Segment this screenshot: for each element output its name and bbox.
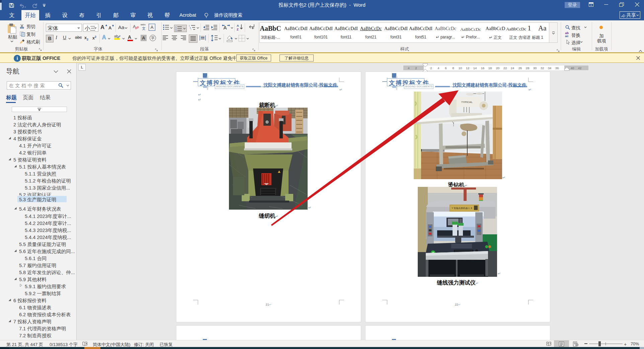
svg-text:Z: Z bbox=[237, 27, 239, 31]
svg-text:TYPICAL: TYPICAL bbox=[461, 101, 473, 104]
svg-text:A: A bbox=[237, 24, 239, 27]
svg-text:3: 3 bbox=[175, 30, 176, 31]
svg-text:i: i bbox=[191, 28, 191, 30]
svg-text:Y 智能点胶机器人 8: Y 智能点胶机器人 8 bbox=[452, 207, 472, 210]
